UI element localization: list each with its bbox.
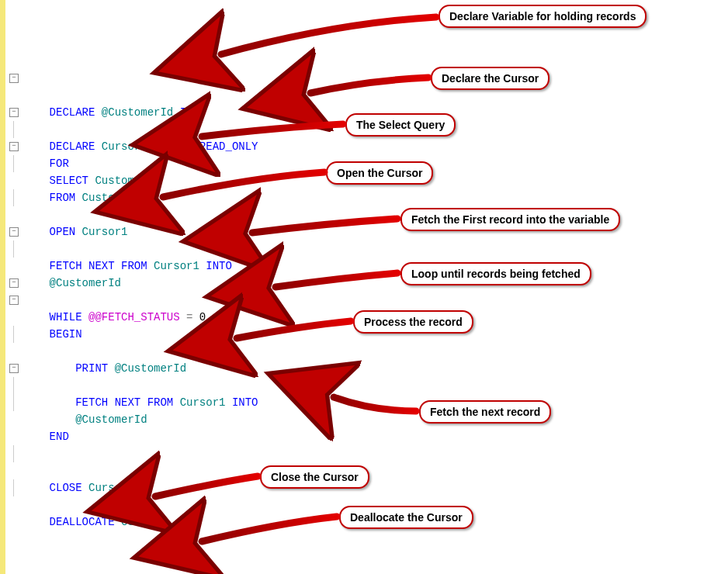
modified-gutter (0, 0, 5, 574)
code-line: − FETCH NEXT FROM Cursor1 INTO (23, 360, 722, 377)
code-line: DEALLOCATE Cursor1 (23, 479, 722, 496)
code-line: @CustomerId (23, 377, 722, 394)
code-line: CLOSE Cursor1 (23, 445, 722, 462)
code-line (23, 428, 722, 445)
annotation-process: Process the record (353, 310, 473, 334)
annotation-loop: Loop until records being fetched (400, 262, 591, 285)
code-line (23, 258, 722, 275)
code-line (23, 87, 722, 104)
annotation-open-cursor: Open the Cursor (326, 161, 433, 185)
code-editor: − DECLARE @CustomerId INT − DECLARE Curs… (23, 0, 722, 496)
annotation-fetch-first: Fetch the First record into the variable (400, 208, 620, 231)
annotation-select-query: The Select Query (345, 113, 456, 137)
code-line (23, 37, 722, 54)
fold-toggle-icon[interactable]: − (9, 142, 19, 151)
annotation-close: Close the Cursor (260, 465, 369, 489)
annotation-fetch-next: Fetch the next record (419, 400, 551, 424)
code-line: − BEGIN (23, 292, 722, 309)
fold-toggle-icon[interactable]: − (9, 278, 19, 288)
annotation-deallocate: Deallocate the Cursor (339, 506, 473, 529)
code-line (23, 462, 722, 479)
code-line: END (23, 394, 722, 411)
fold-toggle-icon[interactable]: − (9, 364, 19, 373)
fold-toggle-icon[interactable]: − (9, 74, 19, 83)
fold-toggle-icon[interactable]: − (9, 227, 19, 237)
code-line: − WHILE @@FETCH_STATUS = 0 (23, 275, 722, 292)
code-line (23, 411, 722, 428)
code-line: @CustomerId (23, 240, 722, 258)
code-line: OPEN Cursor1 (23, 189, 722, 206)
annotation-declare-var: Declare Variable for holding records (439, 5, 647, 28)
code-line: − SELECT CustomerId (23, 138, 722, 155)
fold-toggle-icon[interactable]: − (9, 296, 19, 305)
annotation-declare-cursor: Declare the Cursor (431, 67, 549, 90)
fold-toggle-icon[interactable]: − (9, 108, 19, 117)
code-line: − DECLARE @CustomerId INT (23, 70, 722, 87)
code-line (23, 343, 722, 360)
